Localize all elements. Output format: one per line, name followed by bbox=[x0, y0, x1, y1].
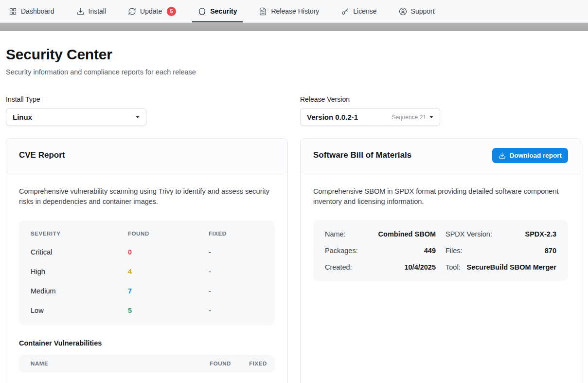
severity-label: Medium bbox=[31, 287, 128, 295]
info-label: Packages: bbox=[325, 247, 358, 255]
nav-item-label: Update bbox=[140, 7, 162, 15]
nav-item-license[interactable]: License bbox=[341, 0, 376, 22]
nav-item-label: Support bbox=[411, 7, 435, 15]
release-sequence-text: Sequence 21 bbox=[392, 114, 426, 121]
install-type-label: Install Type bbox=[6, 95, 288, 103]
nav-item-dashboard[interactable]: Dashboard bbox=[9, 0, 54, 22]
column-header-name: NAME bbox=[31, 361, 187, 366]
sbom-card-body: Comprehensive SBOM in SPDX format provid… bbox=[301, 172, 581, 294]
table-row: Medium 7 - bbox=[31, 281, 263, 301]
info-label: Files: bbox=[445, 247, 463, 255]
filters-row: Install Type Linux Release Version Versi… bbox=[6, 95, 581, 126]
found-count: 4 bbox=[128, 268, 209, 275]
found-count: 7 bbox=[128, 287, 209, 295]
info-label: Tool: bbox=[445, 263, 461, 271]
cve-card-title: CVE Report bbox=[19, 150, 65, 160]
column-header-fixed: FIXED bbox=[231, 361, 267, 366]
column-header-found: FOUND bbox=[187, 361, 231, 366]
info-label: Created: bbox=[325, 263, 352, 271]
page-subtitle: Security information and compliance repo… bbox=[6, 68, 581, 76]
info-value: 10/4/2025 bbox=[404, 263, 436, 271]
nav-item-label: Release History bbox=[271, 7, 319, 15]
info-label: SPDX Version: bbox=[445, 230, 492, 238]
download-report-button[interactable]: Download report bbox=[492, 148, 568, 163]
nav-item-label: Security bbox=[210, 7, 237, 15]
release-version-value: Version 0.0.2-1 bbox=[307, 113, 358, 121]
fixed-count: - bbox=[209, 287, 263, 295]
update-count-badge: 5 bbox=[167, 7, 176, 16]
table-row: Name: Combined SBOM SPDX Version: SPDX-2… bbox=[325, 226, 556, 242]
info-value: SecureBuild SBOM Merger bbox=[466, 263, 556, 271]
page-title: Security Center bbox=[6, 46, 581, 63]
fixed-count: - bbox=[209, 307, 263, 314]
severity-table: SEVERITY FOUND FIXED Critical 0 - High 4… bbox=[19, 220, 275, 325]
info-value: Combined SBOM bbox=[378, 230, 436, 238]
cve-card-description: Comprehensive vulnerability scanning usi… bbox=[19, 186, 275, 207]
severity-table-header: SEVERITY FOUND FIXED bbox=[31, 229, 263, 242]
nav-item-security[interactable]: Security bbox=[192, 0, 243, 22]
refresh-icon bbox=[128, 7, 136, 16]
table-row: Packages: 449 Files: 870 bbox=[325, 242, 556, 259]
info-value: SPDX-2.3 bbox=[525, 230, 556, 238]
install-type-filter: Install Type Linux bbox=[6, 95, 288, 126]
nav-item-label: License bbox=[353, 7, 376, 15]
container-vulnerabilities-title: Container Vulnerabilities bbox=[19, 339, 275, 347]
nav-item-label: Install bbox=[89, 7, 107, 15]
fixed-count: - bbox=[209, 268, 263, 275]
chevron-down-icon bbox=[136, 116, 140, 118]
table-row: Critical 0 - bbox=[31, 242, 263, 262]
nav-item-label: Dashboard bbox=[21, 7, 54, 15]
download-icon bbox=[76, 7, 85, 16]
document-icon bbox=[259, 7, 267, 16]
fixed-count: - bbox=[209, 248, 263, 256]
nav-item-install[interactable]: Install bbox=[76, 0, 107, 22]
download-report-label: Download report bbox=[510, 152, 562, 159]
cards-row: CVE Report Comprehensive vulnerability s… bbox=[6, 138, 581, 383]
sbom-card-description: Comprehensive SBOM in SPDX format provid… bbox=[313, 186, 568, 207]
cve-card-header: CVE Report bbox=[6, 139, 287, 172]
nav-item-release-history[interactable]: Release History bbox=[259, 0, 319, 22]
sbom-card-header: Software Bill of Materials Download repo… bbox=[301, 139, 581, 172]
cve-report-card: CVE Report Comprehensive vulnerability s… bbox=[6, 138, 288, 383]
sbom-card-title: Software Bill of Materials bbox=[313, 150, 411, 160]
shield-icon bbox=[198, 7, 206, 16]
install-type-select[interactable]: Linux bbox=[6, 108, 146, 126]
info-value: 449 bbox=[424, 247, 436, 255]
severity-label: Low bbox=[31, 307, 128, 314]
container-table-header: NAME FOUND FIXED bbox=[19, 355, 275, 373]
nav-item-support[interactable]: Support bbox=[399, 0, 435, 22]
grid-icon bbox=[9, 7, 17, 16]
top-nav: Dashboard Install Update 5 Security Rele… bbox=[0, 0, 588, 23]
column-header-fixed: FIXED bbox=[209, 231, 263, 237]
info-value: 870 bbox=[545, 247, 556, 255]
install-type-value: Linux bbox=[13, 113, 32, 121]
nav-item-update[interactable]: Update 5 bbox=[128, 0, 176, 22]
sbom-info-table: Name: Combined SBOM SPDX Version: SPDX-2… bbox=[313, 220, 568, 281]
column-header-severity: SEVERITY bbox=[31, 231, 128, 237]
release-version-filter: Release Version Version 0.0.2-1 Sequence… bbox=[300, 95, 581, 126]
sbom-card: Software Bill of Materials Download repo… bbox=[300, 138, 581, 383]
main-content: Security Center Security information and… bbox=[0, 46, 588, 383]
severity-label: High bbox=[31, 268, 128, 275]
person-circle-icon bbox=[399, 7, 407, 16]
chevron-down-icon bbox=[429, 116, 433, 118]
key-icon bbox=[341, 7, 349, 16]
column-header-found: FOUND bbox=[128, 231, 209, 237]
download-icon bbox=[499, 152, 506, 159]
found-count: 5 bbox=[128, 307, 209, 314]
found-count: 0 bbox=[128, 248, 209, 256]
release-version-select[interactable]: Version 0.0.2-1 Sequence 21 bbox=[300, 108, 440, 126]
page-top-strip bbox=[0, 23, 588, 31]
info-label: Name: bbox=[325, 230, 346, 238]
release-version-label: Release Version bbox=[300, 95, 581, 103]
severity-label: Critical bbox=[31, 248, 128, 256]
table-row: High 4 - bbox=[31, 262, 263, 281]
table-row: Created: 10/4/2025 Tool: SecureBuild SBO… bbox=[325, 259, 556, 275]
cve-card-body: Comprehensive vulnerability scanning usi… bbox=[6, 172, 287, 383]
table-row: Low 5 - bbox=[31, 301, 263, 320]
